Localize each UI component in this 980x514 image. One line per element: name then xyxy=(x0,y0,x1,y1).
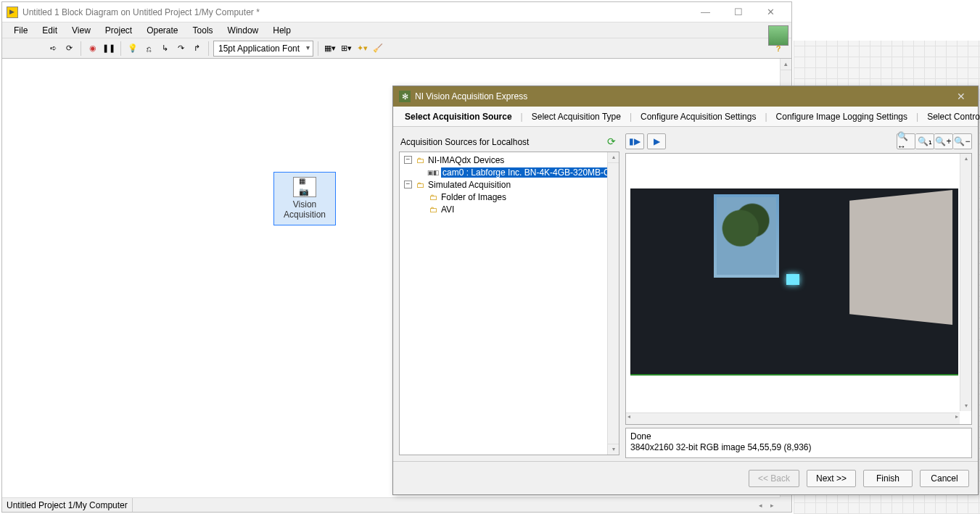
finish-button[interactable]: Finish xyxy=(863,470,913,487)
step-out-button[interactable]: ↱ xyxy=(189,41,204,56)
menu-help[interactable]: Help xyxy=(267,24,297,37)
menu-window[interactable]: Window xyxy=(222,24,265,37)
window-title: Untitled 1 Block Diagram on Untitled Pro… xyxy=(22,7,689,17)
menu-edit[interactable]: Edit xyxy=(36,24,63,37)
menubar: File Edit View Project Operate Tools Win… xyxy=(2,22,791,38)
step-controls-indicators[interactable]: Select Controls/Indicators xyxy=(923,112,980,122)
preview-toolbar: ▮▶ ▶ 🔍↔ 🔍₁ 🔍+ 🔍− xyxy=(625,133,972,150)
zoom-1to1-button[interactable]: 🔍₁ xyxy=(915,133,934,149)
folder-icon: 🗀 xyxy=(427,192,439,202)
grab-button[interactable]: ▶ xyxy=(647,133,666,149)
status-line1: Done xyxy=(630,431,967,442)
step-over-button[interactable]: ↷ xyxy=(173,41,188,56)
minimize-button[interactable]: — xyxy=(689,3,722,22)
menu-operate[interactable]: Operate xyxy=(141,24,184,37)
sources-tree[interactable]: − 🗀 NI-IMAQdx Devices ▣◧ cam0 : Labforge… xyxy=(399,152,619,455)
image-status: Done 3840x2160 32-bit RGB image 54,55,59… xyxy=(625,428,972,458)
retain-wire-button[interactable]: ⎌ xyxy=(141,41,156,56)
zoom-out-button[interactable]: 🔍− xyxy=(953,133,972,149)
maximize-button[interactable]: ☐ xyxy=(722,3,754,22)
folder-icon: 🗀 xyxy=(414,155,426,165)
menu-file[interactable]: File xyxy=(8,24,33,37)
menu-project[interactable]: Project xyxy=(99,24,138,37)
tree-node-simulated[interactable]: − 🗀 Simulated Acquisition xyxy=(400,178,619,191)
vi-node-label: Vision Acquisition xyxy=(274,200,335,220)
app-icon xyxy=(7,7,18,18)
dialog-title: NI Vision Acquisition Express xyxy=(415,91,950,101)
dialog-icon: ✻ xyxy=(399,91,411,102)
refresh-button[interactable]: ⟳ xyxy=(605,136,618,149)
preview-image xyxy=(630,188,958,376)
tree-scrollbar[interactable] xyxy=(607,152,619,455)
menu-view[interactable]: View xyxy=(66,24,96,37)
folder-icon: 🗀 xyxy=(427,204,439,215)
font-selector[interactable]: 15pt Application Font xyxy=(213,41,313,57)
tree-node-imaqdx[interactable]: − 🗀 NI-IMAQdx Devices xyxy=(400,154,619,166)
cancel-button[interactable]: Cancel xyxy=(920,470,969,487)
preview-pane: ▮▶ ▶ 🔍↔ 🔍₁ 🔍+ 🔍− ◂▸ xyxy=(625,127,978,461)
vision-acquisition-node[interactable]: Vision Acquisition xyxy=(273,172,336,225)
sources-header: Acquisition Sources for Localhost xyxy=(400,137,529,147)
menu-tools[interactable]: Tools xyxy=(187,24,219,37)
acquisition-sources-pane: Acquisition Sources for Localhost ⟳ − 🗀 … xyxy=(393,127,625,461)
status-line2: 3840x2160 32-bit RGB image 54,55,59 (8,9… xyxy=(630,442,967,453)
tree-node-folder-of-images[interactable]: 🗀 Folder of Images xyxy=(400,191,619,203)
wizard-step-bar: Select Acquisition Source | Select Acqui… xyxy=(393,107,978,127)
vision-acquisition-dialog: ✻ NI Vision Acquisition Express ✕ Select… xyxy=(392,86,979,495)
canvas-scrollbar-horizontal[interactable]: Untitled Project 1/My Computer xyxy=(2,497,780,512)
pause-button[interactable]: ❚❚ xyxy=(102,41,116,56)
cleanup-button[interactable]: 🧹 xyxy=(371,41,385,56)
zoom-fit-button[interactable]: 🔍↔ xyxy=(897,133,915,149)
collapse-icon[interactable]: − xyxy=(404,156,412,164)
snap-button[interactable]: ▮▶ xyxy=(625,133,644,149)
step-acquisition-type[interactable]: Select Acquisition Type xyxy=(527,112,625,122)
dialog-titlebar[interactable]: ✻ NI Vision Acquisition Express ✕ xyxy=(393,86,978,107)
toolbar: ➪ ⟳ ◉ ❚❚ 💡 ⎌ ↳ ↷ ↱ 15pt Application Font… xyxy=(2,38,791,59)
reorder-button[interactable]: ✦▾ xyxy=(355,41,369,56)
preview-scrollbar-vertical[interactable] xyxy=(960,154,971,411)
distribute-button[interactable]: ⊞▾ xyxy=(339,41,353,56)
image-preview[interactable]: ◂▸ xyxy=(625,153,972,425)
dialog-footer: << Back Next >> Finish Cancel xyxy=(393,461,978,494)
align-button[interactable]: ▦▾ xyxy=(323,41,337,56)
run-button[interactable]: ➪ xyxy=(46,41,60,56)
back-button[interactable]: << Back xyxy=(749,470,799,487)
step-acquisition-settings[interactable]: Configure Acquisition Settings xyxy=(636,112,760,122)
vision-acquisition-icon xyxy=(293,177,316,197)
close-button[interactable]: ✕ xyxy=(754,3,787,22)
step-acquisition-source[interactable]: Select Acquisition Source xyxy=(400,112,516,122)
run-continuous-button[interactable]: ⟳ xyxy=(62,41,76,56)
titlebar[interactable]: Untitled 1 Block Diagram on Untitled Pro… xyxy=(2,2,791,22)
abort-button[interactable]: ◉ xyxy=(86,41,100,56)
tree-node-avi[interactable]: 🗀 AVI xyxy=(400,203,619,215)
zoom-in-button[interactable]: 🔍+ xyxy=(934,133,953,149)
step-into-button[interactable]: ↳ xyxy=(157,41,172,56)
folder-icon: 🗀 xyxy=(414,180,426,190)
collapse-icon[interactable]: − xyxy=(404,181,412,188)
tree-node-cam0[interactable]: ▣◧ cam0 : Labforge Inc. BN-4K-4GB-320MB-… xyxy=(400,166,619,178)
status-path: Untitled Project 1/My Computer xyxy=(2,498,133,512)
camera-icon: ▣◧ xyxy=(427,167,439,178)
dialog-close-button[interactable]: ✕ xyxy=(950,91,972,102)
step-logging-settings[interactable]: Configure Image Logging Settings xyxy=(772,112,912,122)
vi-icon[interactable] xyxy=(768,25,788,46)
next-button[interactable]: Next >> xyxy=(807,470,856,487)
preview-scrollbar-horizontal[interactable]: ◂▸ xyxy=(626,413,960,424)
highlight-exec-button[interactable]: 💡 xyxy=(125,41,140,56)
